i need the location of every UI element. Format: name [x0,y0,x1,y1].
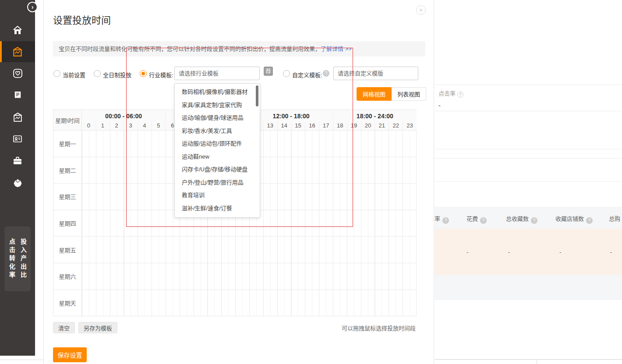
table-row[interactable]: ---- [435,229,622,275]
sidebar-item-gallery[interactable] [0,106,35,128]
sidebar-item-favorites[interactable] [0,62,35,84]
time-block-label: 00:00 - 06:00 [82,110,165,121]
custom-template-input[interactable] [333,67,418,80]
banner-text: 宝贝在不同时段流量和转化可能有所不同，您可以针对各时段设置不同的折扣出价，提高流… [59,46,321,52]
sidebar: 点击转化率投入产出比 [0,0,35,356]
time-block-label: 12:00 - 18:00 [249,110,333,121]
radio-fullday[interactable] [94,70,101,77]
background-panel: 点击率? - 率?花费?总收藏数?收藏店铺数?总购 ---- [435,0,622,364]
list-view-button[interactable]: 列表视图 [392,87,426,101]
column-label: 率 [435,216,440,222]
user-icon [12,177,23,188]
grid-view-button[interactable]: 网格视图 [357,87,392,101]
help-icon[interactable]: ? [586,217,593,224]
industry-template-dropdown: 数码相机/摄像机/摄影器材家具/家具定制/宜家代购运动/瑜伽/健身/球迷用品彩妆… [174,83,260,218]
dropdown-option[interactable]: 彩妆/香水/美发/工具 [175,124,260,138]
sidebar-expand-button[interactable]: › [27,2,38,12]
ctr-metric-label: 点击率 [438,90,456,97]
industry-template-input[interactable] [174,67,260,80]
hour-label: 3 [124,121,138,130]
radio-fullday-label: 全日制投放 [103,71,131,79]
hour-label: 17 [319,121,333,130]
table-cell-value: - [610,249,612,255]
help-icon[interactable]: ? [531,217,537,224]
sidebar-item-reports[interactable] [0,84,35,106]
save-as-template-button[interactable]: 另存为模板 [78,322,117,333]
column-label: 收藏店铺数 [555,216,584,222]
sidebar-item-home[interactable] [0,19,35,41]
divider [435,181,622,182]
table-row-empty [435,275,622,300]
divider [435,85,622,85]
column-label: 总收藏数 [506,216,529,222]
table-cell-value: - [559,249,561,255]
hour-label: 18 [333,121,347,130]
hour-label: 1 [95,121,110,130]
help-icon[interactable]: ? [442,217,449,224]
sidebar-item-contacts[interactable] [0,128,35,150]
help-icon[interactable]: ? [480,217,487,224]
hour-label: 19 [347,121,361,130]
radio-industry-template-label: 行业模板: [149,71,173,79]
dropdown-option[interactable]: 闪存卡/U盘/存储/移动硬盘 [175,163,260,176]
hour-label: 4 [138,121,152,130]
clear-button[interactable]: 清空 [53,322,75,333]
radio-current-setting[interactable] [53,70,60,77]
dropdown-option[interactable]: 家具/家具定制/宜家代购 [175,99,260,112]
save-settings-button[interactable]: 保存设置 [53,347,87,362]
receipt-icon [13,90,23,100]
idcard-icon [12,134,23,144]
hour-label: 16 [305,121,319,130]
sidebar-item-tools[interactable] [0,150,35,172]
day-label: 星期四 [53,210,82,237]
dropdown-option[interactable]: 运动鞋new [175,150,260,163]
day-hour-cells[interactable] [82,263,416,290]
hour-label: 15 [291,121,305,130]
set-delivery-time-modal: × 设置投放时间 宝贝在不同时段流量和转化可能有所不同，您可以针对各时段设置不同… [43,0,434,364]
metric-tags-box: 点击转化率投入产出比 [4,226,31,291]
modal-title: 设置投放时间 [53,12,111,26]
table-cell-value: - [467,249,468,255]
help-icon[interactable]: ? [457,92,463,98]
vertical-metric-tag: 点击转化率 [7,238,16,280]
table-column-header: 收藏店铺数? [555,214,593,224]
hour-label: 20 [361,121,375,130]
table-column-header: 花费? [467,214,487,224]
chevron-right-icon: › [32,4,34,11]
day-hour-cells[interactable] [82,237,416,263]
dropdown-scrollbar[interactable] [256,85,258,106]
hour-label: 5 [151,121,165,130]
dropdown-option-clipped[interactable]: …… [175,215,260,218]
table-column-header: 总购 [609,214,620,223]
dropdown-option[interactable]: 运动服/运动包/颈环配件 [175,137,260,150]
day-label: 星期天 [53,290,82,317]
sidebar-item-campaign[interactable] [0,41,35,62]
grid-day-row: 星期六 [53,263,416,290]
ctr-metric-value: - [438,102,463,109]
home-icon [12,25,23,35]
ctr-metric: 点击率? - [438,89,463,109]
table-header-row: 率?花费?总收藏数?收藏店铺数?总购 [435,207,622,229]
divider [435,359,622,360]
help-icon[interactable]: ? [323,70,329,77]
grid-day-row: 星期五 [53,237,416,263]
radio-custom-template[interactable] [283,70,290,77]
dropdown-option[interactable]: 运动/瑜伽/健身/球迷用品 [175,111,260,124]
table-column-header: 总收藏数? [506,214,537,224]
vertical-metric-tag: 投入产出比 [19,238,28,280]
learn-more-link[interactable]: 了解详情 >> [321,46,352,52]
radio-industry-template[interactable] [140,70,147,77]
day-hour-cells[interactable] [82,290,416,317]
close-icon[interactable]: × [416,5,426,15]
sidebar-item-account[interactable] [0,172,35,194]
dropdown-option[interactable]: 数码相机/摄像机/摄影器材 [175,85,260,99]
dropdown-option[interactable]: 滋补/生鲜/速食/订餐 [175,202,260,215]
dropdown-option[interactable]: 教育培训 [175,189,260,202]
campaign-icon [12,46,23,57]
dropdown-option[interactable]: 户外/登山/野营/旅行用品 [175,176,260,189]
radio-custom-template-label: 自定义模板: [292,71,322,79]
table-cell-value: - [508,249,510,255]
column-label: 总购 [609,216,620,222]
hour-label: 21 [375,121,389,130]
grid-day-row: 星期天 [53,290,416,317]
